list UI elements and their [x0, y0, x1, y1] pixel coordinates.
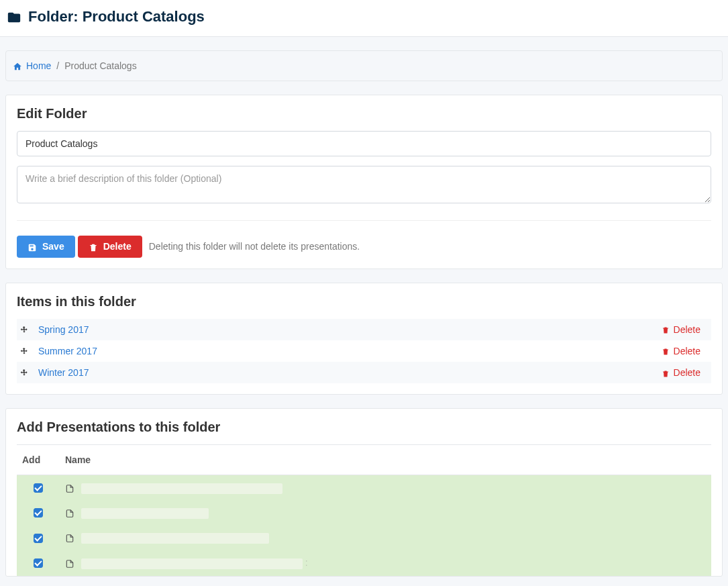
add-checkbox[interactable] — [34, 483, 43, 493]
move-icon[interactable] — [19, 324, 29, 335]
trash-icon — [662, 324, 670, 335]
table-row: : — [17, 550, 711, 575]
add-presentations-heading: Add Presentations to this folder — [17, 420, 711, 435]
items-heading: Items in this folder — [17, 294, 711, 309]
page-header: Folder: Product Catalogs — [0, 0, 728, 37]
edit-actions: Save Delete Deleting this folder will no… — [17, 220, 711, 257]
add-checkbox[interactable] — [34, 558, 43, 568]
edit-folder-heading: Edit Folder — [17, 106, 711, 121]
item-delete-button[interactable]: Delete — [662, 367, 700, 378]
delete-folder-button-label: Delete — [103, 241, 132, 252]
presentation-name-redacted — [81, 508, 209, 519]
pdf-icon — [65, 482, 77, 493]
home-icon — [13, 60, 22, 71]
items-panel: Items in this folder Spring 2017 Delete … — [5, 283, 723, 395]
item-link[interactable]: Spring 2017 — [38, 324, 662, 335]
pdf-icon — [65, 557, 77, 568]
item-delete-label: Delete — [674, 324, 700, 335]
item-row: Summer 2017 Delete — [17, 340, 711, 362]
breadcrumb: Home / Product Catalogs — [5, 50, 723, 81]
breadcrumb-current: Product Catalogs — [64, 60, 136, 71]
move-icon[interactable] — [19, 367, 29, 378]
pdf-icon — [65, 507, 77, 518]
item-delete-label: Delete — [674, 367, 700, 378]
edit-folder-panel: Edit Folder Save Delete Deleting this fo… — [5, 95, 723, 268]
folder-description-input[interactable] — [17, 166, 711, 203]
presentation-name-trail: : — [305, 557, 308, 568]
presentation-name-redacted — [81, 558, 303, 569]
table-row — [17, 475, 711, 501]
breadcrumb-sep: / — [56, 60, 59, 71]
item-delete-label: Delete — [674, 346, 700, 356]
breadcrumb-home-label: Home — [26, 60, 51, 71]
add-presentations-panel: Add Presentations to this folder Add Nam… — [5, 408, 723, 576]
breadcrumb-home[interactable]: Home — [13, 60, 51, 71]
item-delete-button[interactable]: Delete — [662, 346, 700, 356]
delete-hint: Deleting this folder will not delete its… — [149, 241, 360, 252]
add-checkbox[interactable] — [34, 534, 43, 543]
folder-name-input[interactable] — [17, 131, 711, 156]
add-checkbox[interactable] — [34, 508, 43, 518]
page-title: Folder: Product Catalogs — [7, 8, 721, 26]
delete-folder-button[interactable]: Delete — [78, 236, 142, 257]
item-row: Spring 2017 Delete — [17, 319, 711, 340]
add-presentations-table: Add Name — [17, 444, 711, 575]
save-button[interactable]: Save — [17, 236, 75, 257]
trash-icon — [89, 241, 98, 252]
presentation-name-redacted — [81, 483, 282, 494]
folder-icon — [7, 8, 21, 26]
save-icon — [28, 241, 37, 252]
table-row — [17, 501, 711, 526]
presentation-name-redacted — [81, 533, 269, 544]
trash-icon — [662, 346, 670, 356]
page-title-name: Product Catalogs — [83, 8, 205, 25]
item-row: Winter 2017 Delete — [17, 362, 711, 383]
item-link[interactable]: Winter 2017 — [38, 367, 662, 378]
col-name: Name — [60, 445, 711, 475]
items-list: Spring 2017 Delete Summer 2017 Delete — [17, 319, 711, 384]
move-icon[interactable] — [19, 346, 29, 356]
item-delete-button[interactable]: Delete — [662, 324, 700, 335]
table-row — [17, 526, 711, 550]
trash-icon — [662, 367, 670, 378]
page-title-prefix: Folder: — [28, 8, 79, 25]
save-button-label: Save — [42, 241, 64, 252]
item-link[interactable]: Summer 2017 — [38, 346, 662, 356]
col-add: Add — [17, 445, 60, 475]
pdf-icon — [65, 532, 77, 543]
